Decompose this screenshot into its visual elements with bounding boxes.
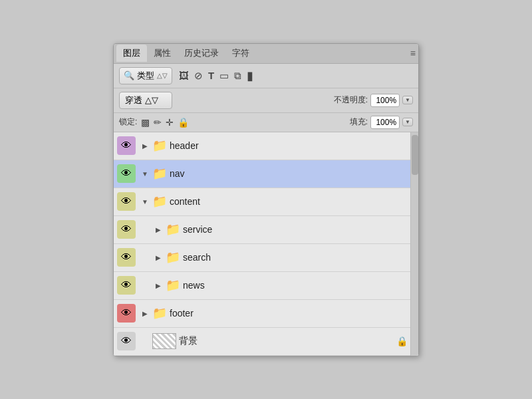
filter-icons: 🖼 ⊘ T ▭ ⧉ ▮ <box>179 68 253 83</box>
blend-mode-label: 穿透 <box>125 94 142 106</box>
layer-name-content: content <box>170 196 200 207</box>
eye-icon-news: 👁 <box>121 279 132 291</box>
layer-name-background: 背景 <box>179 335 198 347</box>
eye-col-header[interactable]: 👁 <box>114 132 139 160</box>
fill-input[interactable]: 100% <box>370 116 400 129</box>
scrollbar-thumb[interactable] <box>412 135 418 175</box>
opacity-label: 不透明度: <box>334 94 368 106</box>
expand-arrow-header[interactable]: ▶ <box>140 142 150 150</box>
eye-swatch-news: 👁 <box>117 276 136 295</box>
fill-group: 填充: 100% ▼ <box>350 116 413 129</box>
eye-col-service[interactable]: 👁 <box>114 216 139 243</box>
lock-all-icon[interactable]: 🔒 <box>178 117 189 128</box>
folder-icon-header: 📁 <box>152 138 167 153</box>
eye-swatch-nav: 👁 <box>117 164 136 183</box>
layer-item-footer[interactable]: 👁 ▶ 📁 footer <box>114 300 418 328</box>
opacity-group: 不透明度: 100% ▼ <box>334 94 413 107</box>
layer-item-header[interactable]: 👁 ▶ 📁 header <box>114 132 418 160</box>
circle-filter-icon[interactable]: ⊘ <box>194 70 203 82</box>
tab-properties[interactable]: 属性 <box>147 45 178 62</box>
layer-name-search: search <box>183 252 211 263</box>
eye-icon-content: 👁 <box>121 196 132 207</box>
lock-label: 锁定: <box>119 116 137 128</box>
folder-icon-nav: 📁 <box>152 166 167 181</box>
layer-content-news: ▶ 📁 news <box>139 278 418 293</box>
eye-icon-service: 👁 <box>121 223 132 235</box>
opacity-arrow[interactable]: ▼ <box>402 96 413 104</box>
eye-swatch-background: 👁 <box>117 332 136 350</box>
toolbar-filter-row: 🔍 类型 △▽ 🖼 ⊘ T ▭ ⧉ ▮ <box>114 64 418 88</box>
layer-item-service[interactable]: 👁 ▶ 📁 service <box>114 216 418 244</box>
background-lock-icon: 🔒 <box>396 336 408 346</box>
eye-icon-nav: 👁 <box>121 168 132 180</box>
layer-content-content: ▼ 📁 content <box>139 194 418 209</box>
lock-position-icon[interactable]: ✛ <box>166 117 174 128</box>
layer-content-footer: ▶ 📁 footer <box>139 306 418 321</box>
scrollbar[interactable] <box>410 132 418 356</box>
filter-type-select[interactable]: 🔍 类型 △▽ <box>119 67 172 84</box>
layer-content-nav: ▼ 📁 nav <box>139 166 418 181</box>
expand-arrow-service[interactable]: ▶ <box>154 226 163 233</box>
layers-panel: 图层 属性 历史记录 字符 ≡ 🔍 类型 △▽ 🖼 ⊘ T ▭ ⧉ ▮ 穿透 △… <box>113 43 419 356</box>
layer-item-nav[interactable]: 👁 ▼ 📁 nav <box>114 160 418 188</box>
filter-type-label: 类型 <box>137 70 154 82</box>
expand-arrow-search[interactable]: ▶ <box>154 254 163 261</box>
eye-icon-background: 👁 <box>121 335 132 347</box>
shape-filter-icon[interactable]: ▭ <box>219 70 229 82</box>
opacity-input[interactable]: 100% <box>370 94 400 107</box>
tab-history[interactable]: 历史记录 <box>178 45 225 62</box>
folder-icon-search: 📁 <box>166 250 180 265</box>
layer-item-content[interactable]: 👁 ▼ 📁 content <box>114 188 418 216</box>
tab-character[interactable]: 字符 <box>225 45 256 62</box>
eye-col-footer[interactable]: 👁 <box>114 300 139 327</box>
fill-arrow[interactable]: ▼ <box>402 118 413 126</box>
layer-item-news[interactable]: 👁 ▶ 📁 news <box>114 272 418 300</box>
eye-swatch-footer: 👁 <box>117 304 136 323</box>
layer-item-search[interactable]: 👁 ▶ 📁 search <box>114 244 418 272</box>
lock-pixels-icon[interactable]: ✏ <box>154 117 162 128</box>
eye-swatch-search: 👁 <box>117 248 136 267</box>
eye-col-content[interactable]: 👁 <box>114 188 139 215</box>
folder-icon-service: 📁 <box>166 222 180 237</box>
expand-arrow-news[interactable]: ▶ <box>154 282 163 289</box>
adjustment-filter-icon[interactable]: ▮ <box>247 68 253 83</box>
layer-content-background: ▶ 背景 <box>139 333 396 349</box>
eye-col-nav[interactable]: 👁 <box>114 160 139 188</box>
tab-layers[interactable]: 图层 <box>116 45 147 62</box>
eye-col-background[interactable]: 👁 <box>114 328 139 355</box>
eye-col-search[interactable]: 👁 <box>114 244 139 271</box>
panel-menu-icon[interactable]: ≡ <box>410 48 416 59</box>
layer-item-background[interactable]: 👁 ▶ 背景 🔒 <box>114 328 418 356</box>
tab-bar: 图层 属性 历史记录 字符 ≡ <box>114 44 418 64</box>
search-icon: 🔍 <box>124 70 134 80</box>
blend-mode-select[interactable]: 穿透 △▽ <box>119 92 172 109</box>
layer-list: 👁 ▶ 📁 header 👁 ▼ 📁 nav <box>114 132 418 356</box>
toolbar-blend-row: 穿透 △▽ 不透明度: 100% ▼ <box>114 88 418 113</box>
eye-col-news[interactable]: 👁 <box>114 272 139 299</box>
layer-name-service: service <box>183 224 212 235</box>
folder-icon-content: 📁 <box>152 194 167 209</box>
lock-row: 锁定: ▩ ✏ ✛ 🔒 填充: 100% ▼ <box>114 113 418 132</box>
text-filter-icon[interactable]: T <box>208 70 214 81</box>
eye-icon-footer: 👁 <box>121 307 132 319</box>
layer-content-search: ▶ 📁 search <box>139 250 418 265</box>
eye-swatch-content: 👁 <box>117 192 136 211</box>
eye-icon-search: 👁 <box>121 251 132 263</box>
smart-filter-icon[interactable]: ⧉ <box>234 70 241 82</box>
layer-name-header: header <box>170 140 199 151</box>
expand-arrow-content[interactable]: ▼ <box>140 198 150 205</box>
background-thumbnail <box>152 333 176 349</box>
layer-content-header: ▶ 📁 header <box>139 138 418 153</box>
expand-arrow-nav[interactable]: ▼ <box>140 170 150 178</box>
eye-icon-header: 👁 <box>121 140 132 152</box>
fill-label: 填充: <box>350 116 368 128</box>
layer-name-nav: nav <box>170 168 185 179</box>
image-filter-icon[interactable]: 🖼 <box>179 70 189 81</box>
filter-type-arrow: △▽ <box>157 72 168 79</box>
lock-icons: ▩ ✏ ✛ 🔒 <box>141 117 189 128</box>
lock-transparent-icon[interactable]: ▩ <box>141 117 150 128</box>
expand-arrow-footer[interactable]: ▶ <box>140 310 150 317</box>
layer-content-service: ▶ 📁 service <box>139 222 418 237</box>
layer-name-news: news <box>183 280 205 291</box>
eye-swatch-service: 👁 <box>117 220 136 239</box>
